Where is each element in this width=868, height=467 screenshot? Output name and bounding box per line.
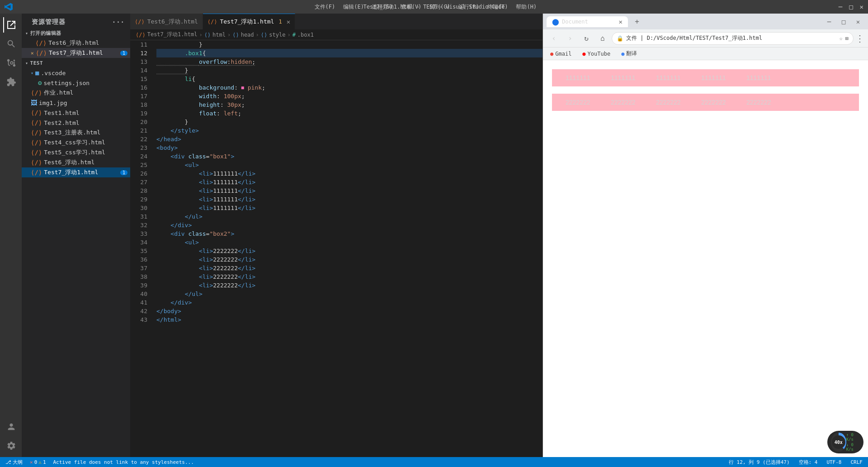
code-divclose: </div> xyxy=(170,221,192,229)
breadcrumb-sep3: › xyxy=(256,32,259,38)
activity-source-control[interactable] xyxy=(3,55,19,71)
error-count: 0 xyxy=(34,459,38,465)
browser-toolbar: ‹ › ↻ ⌂ 🔒 文件 | D:/VScode/Html/TEST/Test7… xyxy=(543,29,868,48)
sidebar-file-test6[interactable]: ⟨/⟩ Test6_浮动.html xyxy=(22,38,130,48)
sidebar-file-test7[interactable]: ✕ ⟨/⟩ Test7_浮动1.html 1 xyxy=(22,48,130,58)
sidebar-zuoye[interactable]: ⟨/⟩ 作业.html xyxy=(22,88,130,98)
sidebar-img1[interactable]: 🖼 img1.jpg xyxy=(22,98,130,108)
activity-extensions[interactable] xyxy=(3,74,19,90)
code-colon: : xyxy=(220,100,227,109)
sidebar-test5[interactable]: ⟨/⟩ Test5_css学习.html xyxy=(22,148,130,157)
sidebar-more-btn[interactable]: ··· xyxy=(112,19,125,26)
menu-help[interactable]: 帮助(H) xyxy=(512,2,540,12)
sidebar-test3[interactable]: ⟨/⟩ Test3_注册表.html xyxy=(22,128,130,138)
tab-test7[interactable]: ⟨/⟩ Test7_浮动1.html 1 ✕ xyxy=(203,14,295,29)
sidebar-vscode-folder[interactable]: ▾ ■ .vscode xyxy=(22,68,130,78)
code-line-16: background: ■ pink; xyxy=(156,83,542,92)
browser-minimize[interactable]: ─ xyxy=(823,15,835,28)
sidebar-settings[interactable]: ⚙ settings.json xyxy=(22,78,130,88)
html-icon: ⟨/⟩ xyxy=(35,39,47,47)
tab-close-2[interactable]: ✕ xyxy=(287,18,290,25)
breadcrumb-class[interactable]: .box1 xyxy=(297,32,314,38)
status-errors[interactable]: ✕ 0 ⚠ 1 xyxy=(28,459,48,465)
ln-16: 16 xyxy=(130,83,147,92)
sidebar: 资源管理器 ··· ▾ 打开的编辑器 ⟨/⟩ Test6_浮动.html ✕ ⟨… xyxy=(22,14,130,457)
status-warning-text[interactable]: Active file does not link to any stylesh… xyxy=(52,459,196,465)
code-close-bracket2: > xyxy=(231,229,234,238)
bookmark-translate[interactable]: ● 翻译 xyxy=(618,49,640,58)
code-line-11: } xyxy=(156,40,542,49)
sidebar-test1[interactable]: ⟨/⟩ Test1.html xyxy=(22,108,130,118)
address-lock-icon: 🔒 xyxy=(617,35,623,42)
code-li6b: </li> xyxy=(238,247,255,255)
code-htmlclose: </html> xyxy=(156,315,181,324)
ln-20: 20 xyxy=(130,118,147,126)
sidebar-test7b[interactable]: ⟨/⟩ Test7_浮动1.html 1 xyxy=(22,167,130,177)
project-section[interactable]: ▾ TEST xyxy=(22,58,130,68)
activity-search[interactable] xyxy=(3,36,19,52)
status-encoding[interactable]: UTF-8 xyxy=(825,459,843,465)
status-git[interactable]: ⎇ 大纲 xyxy=(4,459,24,466)
activity-explorer[interactable] xyxy=(3,17,19,33)
ln-32: 32 xyxy=(130,221,147,229)
bookmark-gmail[interactable]: ● Gmail xyxy=(547,50,574,58)
sidebar-test6b[interactable]: ⟨/⟩ Test6_浮动.html xyxy=(22,157,130,167)
code-li5a: <li> xyxy=(199,204,213,212)
browser-new-tab[interactable]: + xyxy=(631,15,643,28)
browser-forward[interactable]: › xyxy=(563,31,577,46)
browser-tab-close[interactable]: ✕ xyxy=(619,18,623,25)
maximize-button[interactable]: □ xyxy=(849,3,853,10)
breadcrumb-html[interactable]: html xyxy=(212,32,226,38)
tab-test6[interactable]: ⟨/⟩ Test6_浮动.html xyxy=(130,14,203,29)
preview-item-1-4: 1111111 xyxy=(701,71,746,85)
browser-menu[interactable]: ⋮ xyxy=(855,33,864,44)
code-class: .box1 xyxy=(185,49,203,57)
code-line-34: <ul> xyxy=(156,238,542,247)
activity-bar xyxy=(0,14,22,457)
address-star[interactable]: ☆ xyxy=(840,35,843,42)
browser-home[interactable]: ⌂ xyxy=(595,31,610,46)
code-area[interactable]: } .box1{ overflow:hidden; } xyxy=(153,40,542,457)
editor-content[interactable]: 11 12 13 14 15 16 17 18 19 20 21 22 23 2… xyxy=(130,40,542,457)
close-button[interactable]: ✕ xyxy=(860,3,863,10)
status-spaces[interactable]: 空格: 4 xyxy=(797,459,820,466)
title-bar-title: Test7_浮动1.html - TEST - Visual Studio Co… xyxy=(363,3,505,11)
code-line-13: overflow:hidden; xyxy=(156,57,542,66)
activity-accounts[interactable] xyxy=(3,419,19,434)
sidebar-test4[interactable]: ⟨/⟩ Test4_css学习.html xyxy=(22,138,130,148)
browser-address-bar[interactable]: 🔒 文件 | D:/VScode/Html/TEST/Test7_浮动1.htm… xyxy=(612,32,854,45)
preview-item-2-3: 2222222 xyxy=(656,95,701,109)
activity-settings[interactable] xyxy=(3,438,19,453)
code-height: height xyxy=(199,100,220,109)
code-line-12: .box1{ xyxy=(156,49,542,57)
menu-file[interactable]: 文件(F) xyxy=(311,2,339,12)
status-eol[interactable]: CRLF xyxy=(849,459,865,465)
code-closetag: </style> xyxy=(170,126,199,135)
browser-close[interactable]: ✕ xyxy=(852,15,864,28)
code-line-20: } xyxy=(156,118,542,126)
breadcrumb-file[interactable]: ⟨/⟩ xyxy=(136,32,146,38)
code-text xyxy=(156,247,199,255)
preview-item-1-5: 1111111 xyxy=(746,71,792,85)
address-ext[interactable]: ⊞ xyxy=(845,35,849,42)
code-li3b: </li> xyxy=(238,186,255,195)
code-text xyxy=(156,178,199,186)
html-icon6: ⟨/⟩ xyxy=(31,129,42,136)
open-editors-section[interactable]: ▾ 打开的编辑器 xyxy=(22,28,130,38)
status-position[interactable]: 行 12, 列 9 (已选择47) xyxy=(727,459,792,466)
breadcrumb-head[interactable]: head xyxy=(241,32,254,38)
browser-maximize[interactable]: □ xyxy=(837,15,850,28)
sidebar-test2[interactable]: ⟨/⟩ Test2.html xyxy=(22,118,130,128)
breadcrumb-html-icon: ⟨⟩ xyxy=(204,32,211,38)
breadcrumb-style[interactable]: style xyxy=(269,32,285,38)
code-content: 2222222 xyxy=(213,264,238,272)
line-numbers: 11 12 13 14 15 16 17 18 19 20 21 22 23 2… xyxy=(130,40,153,457)
breadcrumb-filename[interactable]: Test7_浮动1.html xyxy=(147,31,198,38)
browser-tab[interactable]: ⬤ Document ✕ xyxy=(547,16,628,27)
upload-speed: ↑ 0 K/s xyxy=(846,433,860,442)
minimize-button[interactable]: ─ xyxy=(839,3,842,10)
browser-reload[interactable]: ↻ xyxy=(579,31,594,46)
code-line-15: li{ xyxy=(156,75,542,83)
browser-back[interactable]: ‹ xyxy=(547,31,561,46)
bookmark-youtube[interactable]: ● YouTube xyxy=(580,50,613,58)
